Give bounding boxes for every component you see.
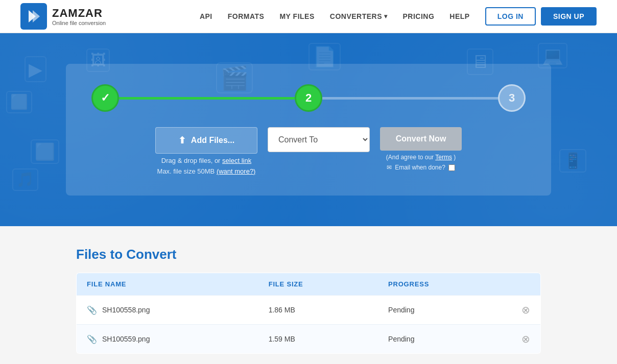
file-name: SH100559.png <box>102 335 150 343</box>
files-title-highlight: Convert <box>126 247 176 262</box>
drag-drop-text: Drag & drop files, or select link <box>161 157 251 164</box>
signup-button[interactable]: SIGN UP <box>541 7 597 26</box>
add-files-area: ⬆ Add Files... Drag & drop files, or sel… <box>155 127 257 175</box>
add-files-button[interactable]: ⬆ Add Files... <box>155 127 257 154</box>
files-section: Files to Convert FILE NAME FILE SIZE PRO… <box>66 247 551 354</box>
nav-converters[interactable]: CONVERTERS ▾ <box>330 12 388 20</box>
remove-icon: ⊗ <box>521 304 530 316</box>
converters-chevron-icon: ▾ <box>384 13 388 20</box>
progress-cell: Pending <box>378 296 511 325</box>
progress-cell: Pending <box>378 325 511 354</box>
file-size-cell: 1.59 MB <box>258 325 378 354</box>
navbar: ZAMZAR Online file conversion API FORMAT… <box>0 0 617 33</box>
files-table: FILE NAME FILE SIZE PROGRESS 📎 SH100558.… <box>76 273 541 354</box>
brand-name: ZAMZAR <box>52 7 106 20</box>
email-row: ✉ Email when done? <box>387 164 455 171</box>
table-header-row: FILE NAME FILE SIZE PROGRESS <box>77 273 541 296</box>
file-name-cell: 📎 SH100558.png <box>77 296 258 325</box>
col-file-name: FILE NAME <box>77 273 258 296</box>
nav-my-files[interactable]: MY FILES <box>279 12 314 20</box>
file-name-cell: 📎 SH100559.png <box>77 325 258 354</box>
col-progress: PROGRESS <box>378 273 511 296</box>
email-icon: ✉ <box>387 164 392 171</box>
logo-icon <box>20 3 47 30</box>
hero-section: ▶ ⬜ ⬜ 🖼 🎬 📄 🖥 💻 📱 🎵 ✓ 2 3 ⬆ Add Files... <box>0 33 617 226</box>
nav-help[interactable]: HELP <box>449 12 469 20</box>
table-row: 📎 SH100559.png 1.59 MB Pending ⊗ <box>77 325 541 354</box>
remove-cell: ⊗ <box>511 325 541 354</box>
table-header: FILE NAME FILE SIZE PROGRESS <box>77 273 541 296</box>
controls-row: ⬆ Add Files... Drag & drop files, or sel… <box>91 127 526 175</box>
terms-link[interactable]: Terms <box>435 154 452 161</box>
convert-to-select[interactable]: Convert To JPG PDF MP4 MP3 <box>268 127 370 152</box>
convert-now-area: Convert Now (And agree to our Terms ) ✉ … <box>380 127 462 171</box>
terms-text: (And agree to our Terms ) <box>386 154 456 161</box>
select-link[interactable]: select link <box>222 157 251 164</box>
converter-box: ✓ 2 3 ⬆ Add Files... Drag & drop files, … <box>66 64 551 196</box>
steps-row: ✓ 2 3 <box>91 84 526 112</box>
paperclip-icon: 📎 <box>87 305 97 315</box>
step-line-1 <box>119 97 295 100</box>
nav-api[interactable]: API <box>200 12 212 20</box>
want-more-link[interactable]: (want more?) <box>217 167 256 175</box>
remove-icon: ⊗ <box>521 333 530 345</box>
paperclip-icon: 📎 <box>87 334 97 344</box>
step-line-2 <box>322 97 498 100</box>
email-checkbox[interactable] <box>448 164 455 171</box>
logo[interactable]: ZAMZAR Online file conversion <box>20 3 106 30</box>
file-name: SH100558.png <box>102 306 150 314</box>
table-row: 📎 SH100558.png 1.86 MB Pending ⊗ <box>77 296 541 325</box>
email-label: Email when done? <box>395 164 445 171</box>
convert-to-area: Convert To JPG PDF MP4 MP3 <box>268 127 370 152</box>
col-actions <box>511 273 541 296</box>
nav-formats[interactable]: FORMATS <box>228 12 265 20</box>
step-3-circle: 3 <box>498 84 526 112</box>
files-title-prefix: Files to <box>76 247 123 262</box>
nav-auth: LOG IN SIGN UP <box>485 7 597 26</box>
brand-tagline: Online file conversion <box>52 20 106 26</box>
step-1-circle: ✓ <box>91 84 119 112</box>
table-body: 📎 SH100558.png 1.86 MB Pending ⊗ 📎 SH100 <box>77 296 541 354</box>
nav-links: API FORMATS MY FILES CONVERTERS ▾ PRICIN… <box>200 12 470 20</box>
files-title: Files to Convert <box>76 247 541 262</box>
nav-pricing[interactable]: PRICING <box>403 12 435 20</box>
remove-cell: ⊗ <box>511 296 541 325</box>
logo-text: ZAMZAR Online file conversion <box>52 7 106 26</box>
file-size-cell: 1.86 MB <box>258 296 378 325</box>
col-file-size: FILE SIZE <box>258 273 378 296</box>
login-button[interactable]: LOG IN <box>485 7 536 26</box>
convert-now-button[interactable]: Convert Now <box>380 127 462 151</box>
max-size-text: Max. file size 50MB (want more?) <box>157 167 256 175</box>
remove-button[interactable]: ⊗ <box>521 304 530 316</box>
step-2-circle: 2 <box>295 84 322 112</box>
upload-icon: ⬆ <box>178 135 186 146</box>
remove-button[interactable]: ⊗ <box>521 333 530 345</box>
